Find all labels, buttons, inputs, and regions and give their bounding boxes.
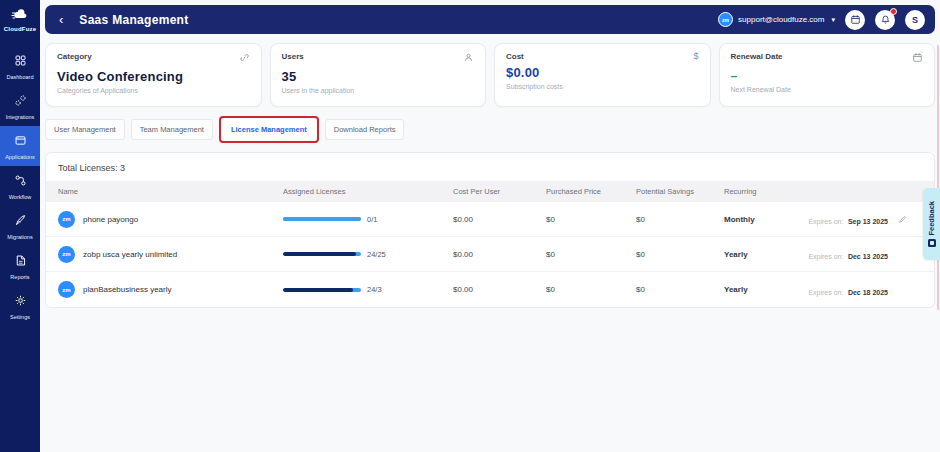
license-name: planBasebusiness yearly: [83, 285, 172, 294]
table-row: zm zobp usca yearly unlimited 24/25 $0.0…: [46, 237, 934, 272]
assigned-count: 24/25: [367, 250, 386, 259]
chevron-down-icon: ▾: [831, 16, 835, 24]
license-name: zobp usca yearly unlimited: [83, 250, 177, 259]
account-dropdown[interactable]: zm support@cloudfuze.com ▾: [718, 12, 835, 27]
calendar-button[interactable]: [845, 10, 865, 30]
page-header: ‹ Saas Management zm support@cloudfuze.c…: [45, 5, 935, 34]
bell-icon: [880, 11, 891, 29]
back-button[interactable]: ‹: [55, 13, 67, 26]
sidebar-item-reports[interactable]: Reports: [0, 246, 40, 286]
page-title: Saas Management: [79, 13, 188, 27]
zoom-app-icon: zm: [58, 211, 75, 228]
stat-cards: Category Video Conferencing Categories o…: [45, 43, 935, 107]
edit-pencil-icon[interactable]: [898, 211, 922, 227]
assigned-count: 24/3: [367, 285, 382, 294]
tab-user-management[interactable]: User Management: [45, 119, 125, 140]
purchased-price: $0: [546, 215, 636, 224]
cloudfuze-logo: CloudFuze: [4, 6, 36, 32]
account-email: support@cloudfuze.com: [738, 15, 824, 24]
settings-gear-icon: [14, 293, 27, 311]
account-avatar: zm: [718, 12, 733, 27]
integrations-gears-icon: [14, 93, 27, 111]
recurring-value: Monthly: [724, 215, 802, 224]
feedback-tab[interactable]: Feedback: [923, 188, 940, 260]
category-card: Category Video Conferencing Categories o…: [45, 43, 262, 107]
cost-per-user: $0.00: [453, 285, 546, 294]
notification-badge: [890, 8, 897, 15]
sidebar-item-workflow[interactable]: Workflow: [0, 166, 40, 206]
users-icon: [463, 52, 474, 65]
sidebar-item-settings[interactable]: Settings: [0, 286, 40, 326]
table-row: zm phone payongo 0/1 $0.00 $0 $0 Monthly…: [46, 202, 934, 237]
table-row: zm planBasebusiness yearly 24/3 $0.00 $0…: [46, 272, 934, 307]
purchased-price: $0: [546, 285, 636, 294]
dashboard-grid-icon: [14, 53, 27, 71]
tab-download-reports[interactable]: Download Reports: [325, 119, 405, 140]
brand-name: CloudFuze: [4, 26, 36, 32]
recurring-value: Yearly: [724, 250, 802, 259]
main-content: ‹ Saas Management zm support@cloudfuze.c…: [40, 0, 940, 452]
feedback-label: Feedback: [927, 201, 936, 236]
cost-value: $0.00: [506, 65, 699, 80]
assigned-count: 0/1: [367, 215, 377, 224]
red-highlight-annotation: License Management: [219, 116, 319, 143]
applications-window-icon: [14, 133, 27, 151]
reports-document-icon: [14, 253, 27, 271]
renewal-card: Renewal Date – Next Renewal Date: [719, 43, 936, 107]
profile-initial: S: [912, 15, 918, 25]
potential-savings: $0: [636, 215, 724, 224]
link-icon: [239, 52, 250, 65]
renewal-value: –: [731, 69, 924, 83]
expires-cell: Expires on: Sep 13 2025: [802, 210, 898, 228]
users-card: Users 35 Users in the application: [270, 43, 487, 107]
migrations-rocket-icon: [14, 213, 27, 231]
cost-per-user: $0.00: [453, 250, 546, 259]
zoom-app-icon: zm: [58, 246, 75, 263]
sidebar-item-integrations[interactable]: Integrations: [0, 86, 40, 126]
potential-savings: $0: [636, 250, 724, 259]
dollar-icon: $: [693, 52, 698, 61]
sidebar: CloudFuze Dashboard Integrations Applica…: [0, 0, 40, 452]
profile-button[interactable]: S: [905, 10, 925, 30]
recurring-value: Yearly: [724, 285, 802, 294]
management-tabs: User Management Team Management License …: [45, 116, 935, 143]
tab-team-management[interactable]: Team Management: [131, 119, 213, 140]
sidebar-item-applications[interactable]: Applications: [0, 126, 40, 166]
assigned-progress-bar: [283, 288, 361, 292]
purchased-price: $0: [546, 250, 636, 259]
expires-cell: Expires on: Dec 13 2025: [802, 245, 898, 263]
sidebar-item-migrations[interactable]: Migrations: [0, 206, 40, 246]
cost-per-user: $0.00: [453, 215, 546, 224]
notifications-button[interactable]: [875, 10, 895, 30]
expires-cell: Expires on: Dec 18 2025: [802, 281, 898, 299]
license-name: phone payongo: [83, 215, 138, 224]
calendar-icon: [850, 11, 861, 29]
zoom-app-icon: zm: [58, 281, 75, 298]
right-edge-annotation-line: [937, 45, 939, 310]
cloudfuze-cloud-icon: [11, 6, 29, 24]
users-value: 35: [282, 69, 475, 84]
assigned-progress-bar: [283, 252, 361, 256]
workflow-nodes-icon: [14, 173, 27, 191]
assigned-progress-bar: [283, 217, 361, 221]
feedback-logo-icon: [928, 239, 936, 247]
category-value: Video Conferencing: [57, 69, 250, 84]
potential-savings: $0: [636, 285, 724, 294]
calendar-icon: [912, 52, 923, 65]
sidebar-item-dashboard[interactable]: Dashboard: [0, 46, 40, 86]
license-table-header: Name Assigned Licenses Cost Per User Pur…: [46, 181, 934, 202]
total-licenses-summary: Total Licenses: 3: [46, 153, 934, 181]
tab-license-management[interactable]: License Management: [222, 119, 316, 140]
cost-card: Cost $ $0.00 Subscription costs: [494, 43, 711, 107]
license-panel: Total Licenses: 3 Name Assigned Licenses…: [45, 152, 935, 308]
